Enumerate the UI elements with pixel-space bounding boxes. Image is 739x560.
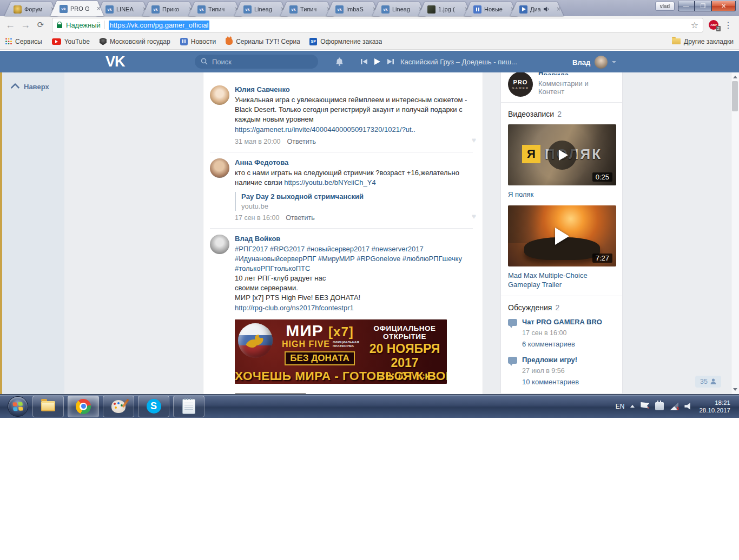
- taskbar-skype-button[interactable]: [138, 396, 169, 417]
- coat-of-arms-favicon: [14, 5, 22, 14]
- forward-button[interactable]: →: [19, 19, 31, 31]
- language-indicator[interactable]: EN: [616, 403, 625, 410]
- power-plug-icon[interactable]: [655, 402, 664, 410]
- taskbar-notepad-button[interactable]: [173, 396, 204, 417]
- screen: Форум PRO G LINEA Прико Типич Lineag: [0, 0, 739, 560]
- reload-button[interactable]: ⟳: [35, 20, 47, 30]
- security-label[interactable]: Надежный: [66, 21, 101, 29]
- group-subtitle: Комментарии и Контент: [538, 79, 615, 96]
- network-icon[interactable]: [670, 402, 678, 410]
- avatar[interactable]: [210, 235, 229, 254]
- scroll-up-arrow[interactable]: [733, 76, 737, 78]
- comment-author-link[interactable]: Влад Войков: [235, 235, 473, 243]
- page-scrollbar[interactable]: [731, 72, 739, 394]
- bookmark-services[interactable]: Сервисы: [5, 38, 42, 45]
- video-title-link[interactable]: Mad Max Multiple-Choice Gameplay Trailer: [508, 271, 615, 289]
- next-track-icon[interactable]: [387, 58, 394, 65]
- url-text-selected[interactable]: https://vk.com/pg.gamer_official: [109, 21, 210, 30]
- comment-item: Анна Федотова кто с нами играть на следу…: [210, 152, 473, 228]
- show-hidden-icons-arrow[interactable]: [630, 405, 635, 408]
- chrome-profile-button[interactable]: vlad: [655, 2, 675, 11]
- windows-flag-icon: [12, 402, 23, 411]
- vk-favicon: [335, 5, 344, 14]
- server-promo-banner-image[interactable]: МИР [x7] HIGH FIVE ОФИЦИАЛЬНАЯ ПЛАТФОРМА…: [235, 319, 447, 384]
- avatar[interactable]: [210, 85, 229, 105]
- back-to-top-link[interactable]: Наверх: [12, 82, 49, 91]
- videos-section-header[interactable]: Видеозаписи2: [508, 103, 615, 124]
- start-button[interactable]: [8, 396, 28, 417]
- minimize-button[interactable]: —: [678, 1, 695, 11]
- speech-bubble-icon: [508, 319, 517, 326]
- video-thumbnail[interactable]: Я ПОЛЯК 0:25: [508, 124, 616, 185]
- action-center-flag-icon[interactable]: [641, 402, 649, 410]
- tab-title: LINEA: [116, 6, 134, 12]
- comment-author-link[interactable]: Юлия Савченко: [235, 85, 473, 94]
- notification-bell-icon[interactable]: [335, 57, 344, 66]
- video-thumbnail[interactable]: 7:27: [508, 205, 616, 266]
- previous-track-icon[interactable]: [360, 58, 368, 65]
- taskbar-paint-button[interactable]: [103, 396, 134, 417]
- like-heart-icon[interactable]: [472, 212, 476, 221]
- tab-close-icon[interactable]: [97, 5, 101, 12]
- chrome-menu-icon[interactable]: [722, 20, 735, 30]
- vk-favicon: [151, 5, 160, 14]
- vk-left-column: [2, 72, 64, 394]
- reply-link[interactable]: Ответить: [286, 214, 314, 222]
- play-favicon: [519, 5, 527, 14]
- play-button-icon[interactable]: [555, 228, 569, 245]
- bookmark-news[interactable]: Новости: [180, 38, 216, 45]
- group-sidebar-card: PRO GAMER Правила Комментарии и Контент …: [500, 72, 623, 394]
- video-title-link[interactable]: Я поляк: [508, 190, 615, 199]
- vk-favicon: [60, 5, 68, 13]
- online-counter-badge[interactable]: 35: [695, 376, 721, 388]
- avatar[interactable]: [210, 158, 229, 178]
- group-name-clipped[interactable]: Правила: [538, 72, 615, 75]
- volume-icon[interactable]: [684, 402, 693, 410]
- comment-link[interactable]: https://gamenet.ru/invite/40004400005091…: [235, 125, 415, 134]
- comment-author-link[interactable]: Анна Федотова: [235, 158, 473, 166]
- bookmark-order[interactable]: Оформление заказа: [309, 38, 382, 45]
- tab-close-icon[interactable]: [557, 6, 560, 12]
- play-icon[interactable]: [374, 58, 381, 65]
- group-avatar[interactable]: PRO GAMER: [508, 72, 533, 97]
- bookmark-serials[interactable]: Сериалы ТУТ! Сериа: [226, 38, 300, 45]
- other-bookmarks-button[interactable]: Другие закладки: [672, 38, 734, 45]
- tab-dia-audio[interactable]: Диа: [510, 2, 564, 16]
- back-button[interactable]: ←: [4, 19, 16, 31]
- now-playing-title[interactable]: Каспийский Груз – Доедешь - пиш...: [400, 58, 517, 66]
- vk-logo[interactable]: VK: [105, 54, 125, 70]
- tab-pro-gamer-active[interactable]: PRO G: [50, 1, 104, 16]
- close-button[interactable]: ✕: [711, 1, 736, 11]
- taskbar-clock[interactable]: 18:21 28.10.2017: [699, 399, 730, 414]
- comment-link[interactable]: http://rpg-club.org/ns2017hfcontestpr1: [235, 304, 354, 312]
- tab-title: 1.jpg (: [438, 6, 455, 12]
- discussions-section-header[interactable]: Обсуждения2: [508, 296, 615, 318]
- comment-link[interactable]: https://youtu.be/bNYeiiCh_Y4: [284, 178, 375, 186]
- comment-date[interactable]: 31 мая в 20:00: [235, 138, 281, 145]
- restore-button[interactable]: ❐: [695, 1, 711, 11]
- comment-date[interactable]: 17 сен в 16:00: [235, 214, 279, 222]
- taskbar-explorer-button[interactable]: [32, 396, 64, 417]
- play-button-icon[interactable]: [547, 141, 577, 170]
- scroll-down-arrow[interactable]: [733, 388, 737, 391]
- system-tray: EN 18:21 28.10.2017: [616, 399, 736, 414]
- search-input[interactable]: [195, 55, 318, 69]
- bookmark-msu[interactable]: Московский государ: [100, 38, 170, 45]
- vk-favicon: [105, 5, 114, 14]
- separator: [104, 21, 105, 29]
- like-heart-icon[interactable]: [472, 136, 476, 144]
- bookmark-star-icon[interactable]: [691, 20, 698, 30]
- folder-icon: [672, 38, 681, 44]
- discussion-item[interactable]: Чат PRO GAMERA BRO 17 сен в 16:00 6 комм…: [508, 318, 615, 349]
- reply-link[interactable]: Ответить: [287, 138, 316, 145]
- address-bar[interactable]: Надежный https://vk.com/pg.gamer_officia…: [52, 18, 703, 32]
- adblock-extension-icon[interactable]: 2: [709, 20, 718, 30]
- scrollbar-thumb[interactable]: [732, 81, 738, 111]
- hashtag-links[interactable]: #РПГ2017 #RPG2017 #новыйсервер2017 #news…: [235, 245, 462, 272]
- vk-user-menu[interactable]: Влад: [572, 56, 616, 69]
- taskbar-chrome-button[interactable]: [68, 396, 99, 417]
- attached-link-snippet[interactable]: Pay Day 2 выходной стримчанский youtu.be: [235, 192, 473, 211]
- discussion-item[interactable]: Предложи игру! 27 июл в 9:56 10 коммента…: [508, 356, 615, 386]
- bookmark-youtube[interactable]: YouTube: [52, 38, 90, 45]
- notepad-icon: [182, 399, 195, 414]
